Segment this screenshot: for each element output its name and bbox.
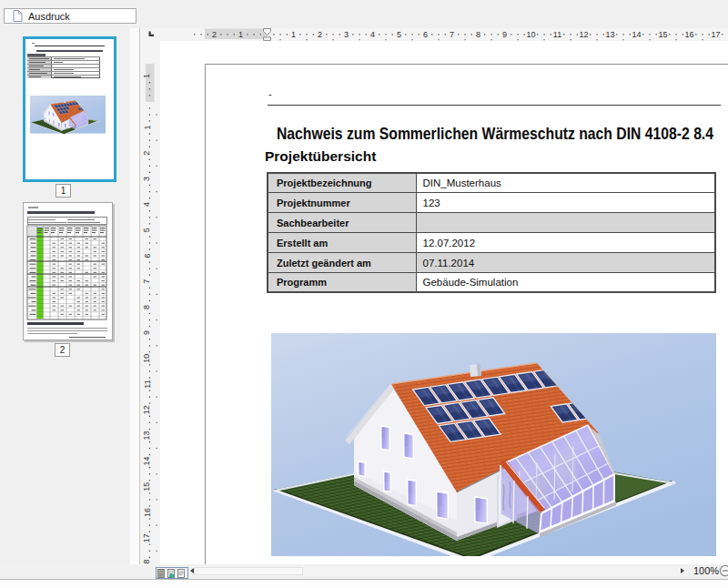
svg-text:16: 16 (143, 508, 152, 517)
svg-text:1: 1 (143, 125, 152, 129)
svg-text:2: 2 (143, 151, 152, 156)
svg-text:13: 13 (605, 30, 614, 39)
svg-text:5: 5 (143, 228, 152, 232)
svg-text:2: 2 (212, 30, 217, 39)
svg-text:13: 13 (143, 431, 152, 440)
svg-text:14: 14 (632, 30, 641, 39)
svg-text:6: 6 (143, 253, 152, 258)
svg-text:9: 9 (143, 330, 152, 335)
svg-text:11: 11 (553, 30, 561, 39)
svg-text:12: 12 (143, 405, 152, 414)
svg-text:16: 16 (684, 30, 693, 39)
svg-text:5: 5 (397, 30, 401, 39)
svg-text:8: 8 (476, 30, 480, 39)
svg-text:1: 1 (291, 30, 296, 39)
svg-text:9: 9 (502, 30, 507, 39)
svg-text:17: 17 (711, 30, 720, 39)
svg-text:14: 14 (143, 457, 152, 466)
svg-text:15: 15 (143, 482, 152, 492)
svg-text:3: 3 (344, 30, 349, 39)
svg-text:10: 10 (143, 354, 152, 363)
svg-text:2: 2 (318, 30, 322, 39)
svg-text:17: 17 (143, 533, 152, 542)
svg-text:12: 12 (579, 30, 588, 39)
svg-text:7: 7 (450, 30, 454, 39)
svg-text:10: 10 (526, 30, 535, 39)
svg-text:15: 15 (658, 30, 667, 39)
svg-text:7: 7 (143, 279, 152, 284)
svg-text:4: 4 (143, 202, 152, 207)
svg-text:6: 6 (423, 30, 428, 39)
svg-text:1: 1 (143, 74, 152, 78)
svg-text:4: 4 (370, 30, 375, 39)
svg-text:11: 11 (143, 380, 152, 388)
svg-text:8: 8 (143, 305, 152, 309)
svg-text:3: 3 (143, 177, 152, 181)
svg-text:1: 1 (238, 30, 243, 39)
